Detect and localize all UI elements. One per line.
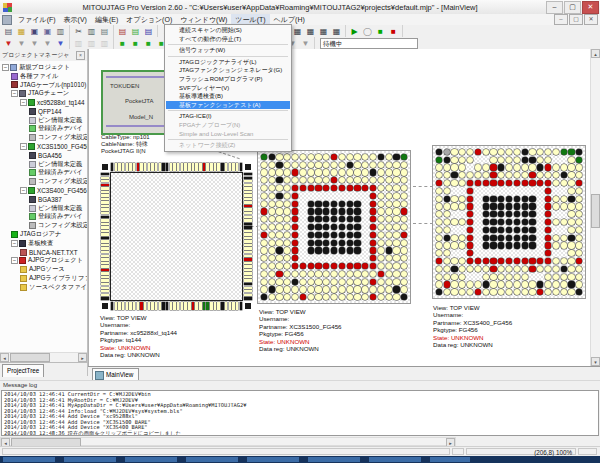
bga-ball[interactable]: [506, 227, 512, 233]
bga-ball[interactable]: [308, 208, 314, 214]
bga-ball[interactable]: [514, 164, 520, 170]
pin-red-icon[interactable]: ▼: [3, 38, 14, 49]
bga-ball[interactable]: [347, 154, 353, 160]
bga-ball[interactable]: [393, 154, 399, 160]
bga-ball[interactable]: [444, 157, 450, 163]
package-pin[interactable]: [188, 163, 190, 171]
bga-ball[interactable]: [269, 185, 275, 191]
tree-item--[interactable]: コンフィグ未設定: [0, 133, 87, 142]
bga-ball[interactable]: [339, 286, 345, 292]
bga-ball[interactable]: [292, 263, 298, 269]
package-pin[interactable]: [195, 163, 197, 171]
bga-ball[interactable]: [261, 247, 267, 253]
bga-ball[interactable]: [576, 203, 582, 209]
bga-ball[interactable]: [284, 177, 290, 183]
bga-ball[interactable]: [451, 157, 457, 163]
bga-ball[interactable]: [568, 227, 574, 233]
bga-ball[interactable]: [483, 180, 489, 186]
bga-ball[interactable]: [498, 180, 504, 186]
bga-ball[interactable]: [362, 177, 368, 183]
bga-ball[interactable]: [576, 281, 582, 287]
bga-ball[interactable]: [553, 235, 559, 241]
bga-ball[interactable]: [292, 193, 298, 199]
bga-ball[interactable]: [553, 242, 559, 248]
package-pin[interactable]: [101, 191, 109, 193]
package-pin[interactable]: [244, 269, 252, 271]
package-pin[interactable]: [101, 219, 109, 221]
package-pin[interactable]: [118, 163, 120, 171]
package-pin[interactable]: [244, 191, 252, 193]
bga-ball[interactable]: [568, 196, 574, 202]
bga-ball[interactable]: [483, 235, 489, 241]
bga-ball[interactable]: [331, 169, 337, 175]
package-pin[interactable]: [101, 201, 109, 203]
bga-ball[interactable]: [514, 274, 520, 280]
bga-ball[interactable]: [354, 263, 360, 269]
bga-ball[interactable]: [436, 157, 442, 163]
bga-ball[interactable]: [522, 235, 528, 241]
bga-ball[interactable]: [467, 258, 473, 264]
package-pin[interactable]: [162, 163, 164, 171]
bga-ball[interactable]: [490, 164, 496, 170]
bga-ball[interactable]: [393, 185, 399, 191]
bga-ball[interactable]: [514, 258, 520, 264]
bga-ball[interactable]: [323, 177, 329, 183]
bga-ball[interactable]: [269, 271, 275, 277]
bga-ball[interactable]: [467, 180, 473, 186]
bga-ball[interactable]: [444, 266, 450, 272]
bga-ball[interactable]: [529, 172, 535, 178]
bga-ball[interactable]: [522, 281, 528, 287]
bga-ball[interactable]: [522, 289, 528, 295]
bga-ball[interactable]: [498, 196, 504, 202]
scroll-right-icon[interactable]: ▸: [78, 353, 87, 362]
bga-ball[interactable]: [483, 266, 489, 272]
package-pin[interactable]: [244, 272, 252, 274]
bga-ball[interactable]: [561, 235, 567, 241]
bga-ball[interactable]: [261, 185, 267, 191]
bga-ball[interactable]: [467, 281, 473, 287]
bga-ball[interactable]: [561, 196, 567, 202]
tool-menu-item-7[interactable]: JTAGファンクションジェネレータ(G): [166, 66, 290, 75]
bga-ball[interactable]: [284, 216, 290, 222]
bga-ball[interactable]: [386, 224, 392, 230]
bga-ball[interactable]: [506, 196, 512, 202]
bga-ball[interactable]: [308, 216, 314, 222]
bga-ball[interactable]: [292, 286, 298, 292]
package-pin[interactable]: [101, 272, 109, 274]
package-pin[interactable]: [236, 163, 238, 171]
bga-ball[interactable]: [568, 274, 574, 280]
bga-ball[interactable]: [401, 216, 407, 222]
bga-ball[interactable]: [292, 216, 298, 222]
bga-ball[interactable]: [545, 219, 551, 225]
bga-ball[interactable]: [347, 216, 353, 222]
bga-ball[interactable]: [401, 263, 407, 269]
bga-ball[interactable]: [308, 286, 314, 292]
bga-ball[interactable]: [576, 164, 582, 170]
bga-ball[interactable]: [370, 224, 376, 230]
bga-ball[interactable]: [339, 279, 345, 285]
bga-ball[interactable]: [292, 208, 298, 214]
bga-ball[interactable]: [514, 242, 520, 248]
package-pin[interactable]: [111, 163, 113, 171]
bga-ball[interactable]: [451, 196, 457, 202]
bga-ball[interactable]: [545, 172, 551, 178]
bga-ball[interactable]: [370, 177, 376, 183]
bga-ball[interactable]: [393, 286, 399, 292]
bga-ball[interactable]: [490, 180, 496, 186]
bga-ball[interactable]: [261, 232, 267, 238]
bga-ball[interactable]: [393, 193, 399, 199]
package-pin[interactable]: [184, 163, 186, 171]
bga-ball[interactable]: [370, 286, 376, 292]
package-pin[interactable]: [244, 177, 252, 179]
package-pin[interactable]: [129, 302, 131, 310]
bga-ball[interactable]: [483, 242, 489, 248]
package-pin[interactable]: [192, 163, 194, 171]
message-log[interactable]: 2014/10/03 12:46:41 CurrentDir = C:¥MJ2D…: [1, 390, 599, 436]
bga387-package-view[interactable]: [432, 145, 586, 299]
package-pin[interactable]: [137, 163, 139, 171]
package-pin[interactable]: [244, 208, 252, 210]
bga-ball[interactable]: [331, 177, 337, 183]
bga-ball[interactable]: [529, 196, 535, 202]
package-pin[interactable]: [101, 198, 109, 200]
bga-ball[interactable]: [451, 219, 457, 225]
